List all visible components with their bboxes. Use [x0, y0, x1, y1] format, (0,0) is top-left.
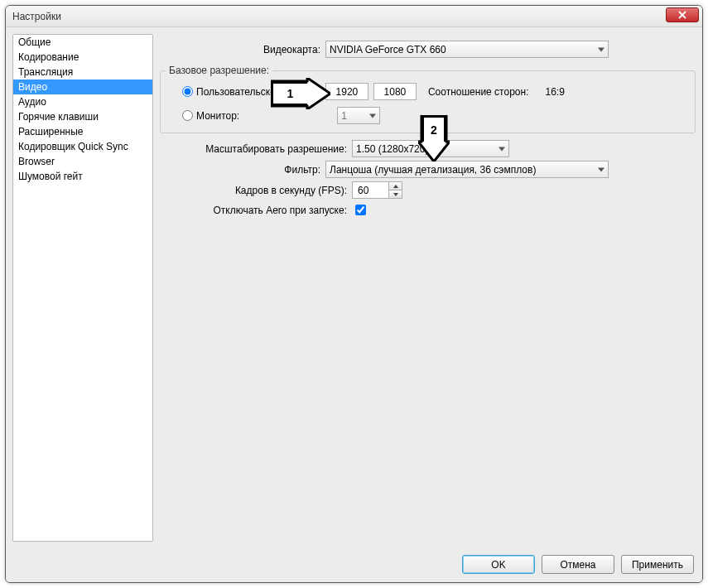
monitor-select-value: 1 — [341, 110, 347, 122]
ok-button-label: OK — [491, 559, 505, 571]
fps-spin-down[interactable] — [389, 190, 402, 198]
chevron-up-icon — [393, 185, 398, 188]
fps-spin-up[interactable] — [389, 182, 402, 190]
sidebar-item-6[interactable]: Расширенные — [13, 124, 152, 139]
scale-select-value: 1.50 (1280x720) — [356, 143, 428, 155]
filter-select-value: Ланцоша (лучшая детализация, 36 сэмплов) — [330, 164, 536, 176]
sidebar-item-4[interactable]: Аудио — [13, 94, 152, 109]
height-input[interactable] — [378, 84, 412, 99]
fps-label: Кадров в секунду (FPS): — [160, 185, 352, 196]
window-title: Настройки — [12, 11, 61, 22]
radio-custom-input[interactable] — [182, 86, 193, 97]
sidebar-item-1[interactable]: Кодирование — [13, 50, 152, 65]
chevron-down-icon — [369, 113, 376, 118]
width-field[interactable] — [325, 83, 368, 100]
base-resolution-legend: Базовое разрешение: — [166, 65, 272, 76]
aero-label: Отключать Aero при запуске: — [160, 205, 352, 216]
cancel-button[interactable]: Отмена — [542, 555, 614, 574]
aspect-ratio-value: 16:9 — [545, 86, 564, 98]
fps-spin-buttons — [389, 181, 402, 199]
height-field[interactable] — [373, 83, 417, 100]
sidebar-item-7[interactable]: Кодировщик Quick Sync — [13, 139, 152, 154]
chevron-down-icon — [393, 193, 398, 196]
sidebar-item-9[interactable]: Шумовой гейт — [13, 169, 152, 184]
chevron-down-icon — [498, 147, 505, 151]
ok-button[interactable]: OK — [462, 555, 535, 574]
base-resolution-group: Базовое разрешение: Пользовательское: — [160, 65, 696, 133]
apply-button[interactable]: Применить — [621, 555, 694, 574]
filter-label: Фильтр: — [160, 164, 325, 176]
apply-button-label: Применить — [632, 559, 683, 571]
aero-checkbox[interactable] — [355, 205, 366, 215]
button-bar: OK Отмена Применить — [6, 548, 702, 582]
sidebar-item-2[interactable]: Трансляция — [13, 65, 152, 80]
cancel-button-label: Отмена — [560, 559, 595, 571]
radio-monitor-label: Монитор: — [196, 110, 239, 122]
aspect-ratio-label: Соотношение сторон: — [428, 86, 534, 98]
scale-label: Масштабировать разрешение: — [160, 143, 352, 155]
client-area: ОбщиеКодированиеТрансляцияВидеоАудиоГоря… — [6, 27, 702, 548]
radio-custom-label: Пользовательское: — [196, 86, 284, 98]
radio-monitor-input[interactable] — [182, 110, 193, 121]
titlebar: Настройки — [6, 6, 702, 27]
sidebar-item-5[interactable]: Горячие клавиши — [13, 109, 152, 124]
fps-field[interactable] — [352, 181, 389, 199]
fps-spinner[interactable] — [352, 181, 402, 199]
close-button[interactable] — [666, 7, 699, 22]
monitor-select[interactable]: 1 — [337, 107, 380, 124]
radio-custom-resolution[interactable]: Пользовательское: — [182, 86, 284, 98]
close-icon — [678, 11, 686, 19]
gpu-select[interactable]: NVIDIA GeForce GTX 660 — [325, 41, 609, 58]
chevron-down-icon — [598, 167, 604, 171]
sidebar-item-8[interactable]: Browser — [13, 154, 152, 169]
width-input[interactable] — [330, 84, 364, 99]
gpu-label: Видеокарта: — [160, 44, 325, 55]
settings-page-video: Видеокарта: NVIDIA GeForce GTX 660 Базов… — [160, 34, 696, 542]
filter-select[interactable]: Ланцоша (лучшая детализация, 36 сэмплов) — [325, 161, 609, 178]
fps-input[interactable] — [356, 182, 385, 198]
sidebar-item-3[interactable]: Видео — [13, 80, 152, 94]
settings-window: Настройки ОбщиеКодированиеТрансляцияВиде… — [5, 5, 703, 583]
radio-monitor-resolution[interactable]: Монитор: — [182, 110, 239, 122]
settings-nav-list[interactable]: ОбщиеКодированиеТрансляцияВидеоАудиоГоря… — [12, 34, 153, 542]
sidebar-item-0[interactable]: Общие — [13, 35, 152, 50]
gpu-select-value: NVIDIA GeForce GTX 660 — [330, 44, 446, 55]
scale-select[interactable]: 1.50 (1280x720) — [352, 140, 509, 157]
chevron-down-icon — [598, 47, 604, 51]
